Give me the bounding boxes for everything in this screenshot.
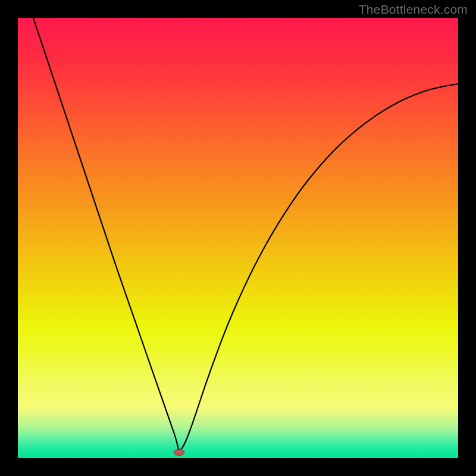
- chart-svg: [0, 0, 476, 476]
- plot-background: [18, 18, 458, 458]
- chart-frame: TheBottleneck.com: [0, 0, 476, 476]
- optimal-marker: [174, 449, 184, 455]
- watermark-text: TheBottleneck.com: [359, 2, 468, 17]
